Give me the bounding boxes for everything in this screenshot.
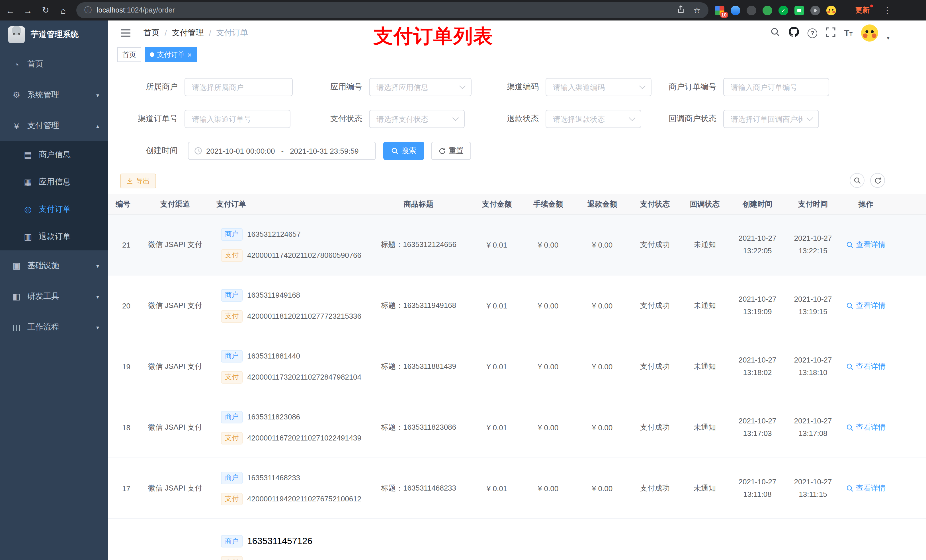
- cell-paid: 2021-10-27 13:18:10: [786, 354, 840, 379]
- github-icon[interactable]: [789, 27, 799, 39]
- cell-id: 18: [108, 423, 134, 432]
- refund-status-select[interactable]: [546, 110, 641, 128]
- browser-reload-button[interactable]: ↻: [38, 2, 53, 18]
- help-icon[interactable]: ?: [808, 28, 817, 38]
- cell-paid: 2021-10-27 13:22:15: [786, 232, 840, 257]
- view-detail-link[interactable]: 查看详情: [846, 483, 885, 494]
- cell-pay-order: 商户 1635311881440 支付 42000011732021102728…: [216, 350, 365, 383]
- channel-order-input-wrap[interactable]: [185, 110, 291, 128]
- cell-status: 支付成功: [629, 240, 681, 250]
- breadcrumb-home[interactable]: 首页: [144, 28, 159, 38]
- search-button[interactable]: 搜索: [383, 142, 424, 160]
- cell-status: 支付成功: [629, 361, 681, 371]
- cell-channel: 微信 JSAPI 支付: [134, 483, 216, 494]
- tab-home[interactable]: 首页: [117, 47, 141, 62]
- menu-label: 支付订单: [39, 204, 71, 214]
- font-size-icon[interactable]: TT: [844, 29, 853, 37]
- sidebar-item-infrastructure[interactable]: ▣ 基础设施 ▾: [0, 251, 108, 281]
- filter-row-3: 创建时间 2021-10-01 00:00:00 - 2021-10-31 23…: [108, 142, 926, 160]
- table-row[interactable]: 19 微信 JSAPI 支付 商户 1635311881440 支付 42000…: [108, 337, 926, 397]
- search-icon[interactable]: [771, 27, 781, 39]
- extension-dark-circle-icon[interactable]: [747, 5, 756, 15]
- table-row[interactable]: 18 微信 JSAPI 支付 商户 1635311823086 支付 42000…: [108, 397, 926, 458]
- col-header-channel: 支付渠道: [134, 199, 216, 209]
- browser-forward-button[interactable]: →: [20, 2, 36, 18]
- app-select[interactable]: [369, 78, 472, 96]
- hamburger-icon[interactable]: [121, 27, 132, 39]
- merchant-select[interactable]: [185, 78, 293, 96]
- share-icon[interactable]: [677, 5, 685, 16]
- table-row[interactable]: 21 微信 JSAPI 支付 商户 1635312124657 支付 42000…: [108, 214, 926, 275]
- fullscreen-icon[interactable]: [826, 27, 836, 39]
- created-date: 2021-10-27: [738, 293, 776, 306]
- app-logo[interactable]: 芋道管理系统: [0, 21, 108, 49]
- browser-profile-avatar[interactable]: [826, 5, 836, 15]
- extension-chat-icon[interactable]: [794, 5, 804, 15]
- bookmark-star-icon[interactable]: ☆: [693, 6, 701, 15]
- browser-back-button[interactable]: ←: [2, 2, 18, 18]
- extension-check-icon[interactable]: ✓: [779, 5, 788, 15]
- channel-code-select[interactable]: [546, 78, 652, 96]
- sidebar-item-home[interactable]: ◔ 首页: [0, 49, 108, 80]
- pay-status-select[interactable]: [369, 110, 465, 128]
- col-header-created: 创建时间: [729, 199, 786, 209]
- browser-chrome: ← → ↻ ⌂ ⓘ localhost :1024/pay/order ☆ 10…: [0, 0, 926, 21]
- refund-status-input[interactable]: [546, 110, 641, 128]
- browser-menu-button[interactable]: ⋮: [879, 2, 895, 18]
- browser-home-button[interactable]: ⌂: [55, 2, 71, 18]
- view-detail-link[interactable]: 查看详情: [846, 240, 885, 250]
- tab-pay-order[interactable]: 支付订单 ×: [145, 47, 197, 62]
- view-detail-link[interactable]: 查看详情: [846, 422, 885, 433]
- sidebar-item-payment[interactable]: ¥ 支付管理 ▴: [0, 110, 108, 141]
- merchant-order-no: 1635311468233: [247, 474, 300, 482]
- extension-green-circle-icon[interactable]: [763, 5, 772, 15]
- extension-palette-icon[interactable]: 10: [715, 5, 725, 15]
- search-button-label: 搜索: [401, 146, 416, 156]
- sidebar-item-merchant-info[interactable]: ▤ 商户信息: [0, 141, 108, 169]
- paid-date: 2021-10-27: [794, 476, 832, 488]
- sidebar-item-workflow[interactable]: ◫ 工作流程 ▾: [0, 312, 108, 343]
- sidebar-item-system[interactable]: ⚙ 系统管理 ▾: [0, 80, 108, 110]
- font-size-small: T: [849, 32, 853, 37]
- pay-tag: 支付: [221, 310, 243, 322]
- sidebar-item-refund-order[interactable]: ▥ 退款订单: [0, 223, 108, 251]
- view-detail-link[interactable]: 查看详情: [846, 361, 885, 371]
- view-detail-link[interactable]: 查看详情: [846, 300, 885, 311]
- user-avatar[interactable]: [861, 24, 878, 42]
- close-icon[interactable]: ×: [188, 51, 192, 58]
- sidebar-item-pay-order[interactable]: ◎ 支付订单: [0, 196, 108, 223]
- extension-drop-icon[interactable]: [731, 5, 740, 15]
- filter-callback-status: 回调商户状态: [647, 110, 819, 128]
- channel-order-input[interactable]: [185, 110, 291, 128]
- extension-pin-icon[interactable]: [810, 5, 820, 15]
- merchant-order-input-wrap[interactable]: [723, 78, 829, 96]
- breadcrumb-separator: /: [165, 29, 167, 38]
- menu-label: 研发工具: [27, 291, 59, 302]
- browser-update-button[interactable]: 更新: [851, 4, 874, 17]
- breadcrumb-pay-management[interactable]: 支付管理: [172, 28, 204, 38]
- callback-status-input[interactable]: [723, 110, 819, 128]
- table-row[interactable]: 20 微信 JSAPI 支付 商户 1635311949168 支付 42000…: [108, 275, 926, 337]
- col-header-notify: 回调状态: [681, 199, 729, 209]
- app-select-input[interactable]: [369, 78, 472, 96]
- address-bar[interactable]: ⓘ localhost :1024/pay/order ☆: [76, 2, 708, 18]
- site-info-icon[interactable]: ⓘ: [84, 5, 92, 15]
- table-row[interactable]: 17 微信 JSAPI 支付 商户 1635311468233 支付 42000…: [108, 458, 926, 519]
- merchant-select-input[interactable]: [185, 78, 293, 96]
- cell-notify: 未通知: [681, 361, 729, 371]
- pay-tag: 支付: [221, 432, 243, 444]
- create-time-range-picker[interactable]: 2021-10-01 00:00:00 - 2021-10-31 23:59:5…: [188, 142, 376, 160]
- merchant-order-input[interactable]: [723, 78, 829, 96]
- toggle-search-button[interactable]: [850, 173, 864, 188]
- filter-create-time: 创建时间 2021-10-01 00:00:00 - 2021-10-31 23…: [108, 142, 471, 160]
- refresh-table-button[interactable]: [870, 173, 885, 188]
- channel-code-input[interactable]: [546, 78, 652, 96]
- reset-button[interactable]: 重置: [431, 142, 471, 160]
- export-button[interactable]: 导出: [120, 174, 156, 189]
- sidebar-item-app-info[interactable]: ▦ 应用信息: [0, 169, 108, 196]
- callback-status-select[interactable]: [723, 110, 819, 128]
- merchant-order-no: 1635311457126: [247, 536, 312, 546]
- avatar-caret-icon[interactable]: ▾: [887, 35, 890, 41]
- sidebar-item-dev-tools[interactable]: ◧ 研发工具 ▾: [0, 281, 108, 312]
- pay-status-input[interactable]: [369, 110, 465, 128]
